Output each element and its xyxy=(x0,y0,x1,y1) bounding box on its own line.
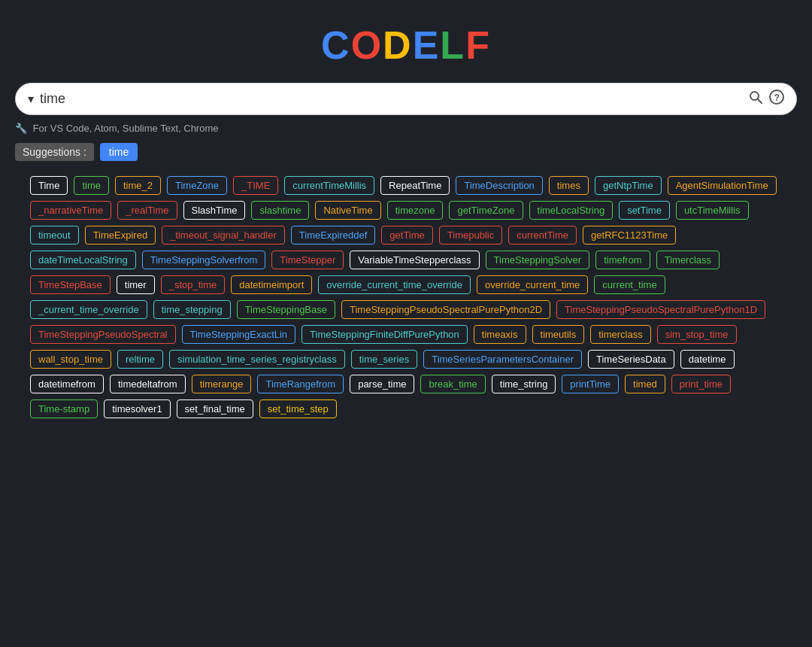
search-input[interactable] xyxy=(40,91,742,107)
subtitle-icon: 🔧 xyxy=(15,123,27,134)
tag-timelocalstring[interactable]: timeLocalString xyxy=(529,201,614,220)
tag-override_current_time[interactable]: override_current_time xyxy=(477,275,588,294)
tag-currenttime[interactable]: currentTime xyxy=(508,226,577,245)
logo-letter-e: E xyxy=(413,23,441,67)
tag-timefrom[interactable]: timefrom xyxy=(595,251,650,269)
tag-timeaxis[interactable]: timeaxis xyxy=(474,325,526,344)
tag-timezone[interactable]: timezone xyxy=(387,201,444,220)
tag-_realtime[interactable]: _realTime xyxy=(117,201,177,220)
tag-time[interactable]: time xyxy=(74,176,109,195)
tag-timeseriesdata[interactable]: TimeSeriesData xyxy=(588,350,674,369)
suggestions-row: Suggestions : time xyxy=(15,143,797,161)
tag-break_time[interactable]: break_time xyxy=(420,375,485,393)
svg-line-1 xyxy=(758,99,762,103)
search-icon xyxy=(748,90,763,105)
tag-timed[interactable]: timed xyxy=(625,375,665,393)
logo-letter-f: F xyxy=(465,23,491,67)
tag-repeattime[interactable]: RepeatTime xyxy=(380,176,450,195)
tag-agentsimulationtime[interactable]: AgentSimulationTime xyxy=(668,176,777,195)
tag-wall_stop_time[interactable]: wall_stop_time xyxy=(30,350,111,369)
tag-timestepbase[interactable]: TimeStepBase xyxy=(30,275,111,294)
tag-timesteppingpseudospectralpurepython1d[interactable]: TimeSteppingPseudoSpectralPurePython1D xyxy=(556,300,765,319)
tag-timerclass[interactable]: timerclass xyxy=(590,325,651,344)
tag-timesolver1[interactable]: timesolver1 xyxy=(104,399,170,418)
tag-variabletimestepperclass[interactable]: VariableTimeStepperclass xyxy=(350,251,479,269)
logo-letter-o: O xyxy=(351,23,383,67)
search-bar: ▾ ? xyxy=(15,83,797,115)
tag-_time[interactable]: _TIME xyxy=(233,176,278,195)
tag-datetimelocalstring[interactable]: dateTimeLocalString xyxy=(30,251,136,269)
tag-times[interactable]: times xyxy=(549,176,589,195)
tag-timesteppingpseudospectralpurepython2d[interactable]: TimeSteppingPseudoSpectralPurePython2D xyxy=(341,300,550,319)
tag-timeout[interactable]: timeout xyxy=(30,226,79,245)
search-dropdown[interactable]: ▾ xyxy=(28,92,34,106)
tag-timerange[interactable]: timerange xyxy=(192,375,252,393)
tag-time-stamp[interactable]: Time-stamp xyxy=(30,399,98,418)
tag-reltime[interactable]: reltime xyxy=(117,350,163,369)
tag-settime[interactable]: setTime xyxy=(619,201,670,220)
logo-letter-c: C xyxy=(321,23,351,67)
tag-time_stepping[interactable]: time_stepping xyxy=(153,300,231,319)
tag-time_series[interactable]: time_series xyxy=(351,350,417,369)
tag-time[interactable]: Time xyxy=(30,176,68,195)
tag-gettime[interactable]: getTime xyxy=(381,226,432,245)
tag-timedeltafrom[interactable]: timedeltafrom xyxy=(110,375,186,393)
svg-text:?: ? xyxy=(774,93,780,103)
tag-slashtime[interactable]: slashtime xyxy=(251,201,309,220)
tag-timestepper[interactable]: TimeStepper xyxy=(271,251,344,269)
tag-simulation_time_series_registryclass[interactable]: simulation_time_series_registryclass xyxy=(169,350,345,369)
tag-timedescription[interactable]: TimeDescription xyxy=(456,176,542,195)
tag-timesteppingsolver[interactable]: TimeSteppingSolver xyxy=(486,251,590,269)
tag-timerclass[interactable]: Timerclass xyxy=(656,251,720,269)
logo: CODELF xyxy=(321,23,491,68)
tag-timepublic[interactable]: Timepublic xyxy=(439,226,502,245)
tag-_narrativetime[interactable]: _narrativeTime xyxy=(30,201,111,220)
tag-timeutils[interactable]: timeutils xyxy=(532,325,585,344)
search-button[interactable] xyxy=(748,90,763,108)
tag-current_time[interactable]: current_time xyxy=(594,275,665,294)
tag-timeexpired[interactable]: TimeExpired xyxy=(85,226,156,245)
tag-time_string[interactable]: time_string xyxy=(492,375,556,393)
tag-print_time[interactable]: print_time xyxy=(671,375,731,393)
subtitle: 🔧 For VS Code, Atom, Sublime Text, Chrom… xyxy=(15,123,797,134)
tags-area: Timetimetime_2TimeZone_TIMEcurrentTimeMi… xyxy=(30,176,782,418)
tag-time_2[interactable]: time_2 xyxy=(115,176,161,195)
header: CODELF xyxy=(0,0,812,83)
tag-override_current_time_override[interactable]: override_current_time_override xyxy=(318,275,471,294)
tag-utctimemillis[interactable]: utcTimeMillis xyxy=(676,201,749,220)
tag-_stop_time[interactable]: _stop_time xyxy=(161,275,226,294)
logo-letter-l: L xyxy=(440,23,465,67)
tag-timesteppingexactlin[interactable]: TimeSteppingExactLin xyxy=(182,325,296,344)
tag-_timeout_signal_handler[interactable]: _timeout_signal_handler xyxy=(162,226,285,245)
tag-printtime[interactable]: printTime xyxy=(562,375,619,393)
logo-letter-d: D xyxy=(383,23,413,67)
tag-nativetime[interactable]: NativeTime xyxy=(315,201,380,220)
help-icon: ? xyxy=(769,90,784,105)
tag-parse_time[interactable]: parse_time xyxy=(350,375,414,393)
tag-timerangefrom[interactable]: TimeRangefrom xyxy=(257,375,344,393)
tag-set_time_step[interactable]: set_time_step xyxy=(259,399,337,418)
help-button[interactable]: ? xyxy=(769,90,784,108)
tag-slashtime[interactable]: SlashTime xyxy=(183,201,246,220)
tag-currenttimemillis[interactable]: currentTimeMillis xyxy=(284,176,374,195)
tag-_current_time_override[interactable]: _current_time_override xyxy=(30,300,147,319)
tag-timeseriesparameterscontainer[interactable]: TimeSeriesParametersContainer xyxy=(423,350,582,369)
tag-timesteppingsolverfrom[interactable]: TimeSteppingSolverfrom xyxy=(142,251,266,269)
tag-datetime[interactable]: datetime xyxy=(680,350,735,369)
tag-datetimefrom[interactable]: datetimefrom xyxy=(30,375,104,393)
tag-datetimeimport[interactable]: datetimeimport xyxy=(231,275,312,294)
tag-timesteppingbase[interactable]: TimeSteppingBase xyxy=(237,300,335,319)
suggestions-label: Suggestions : xyxy=(15,143,94,161)
tag-timesteppingpseudospectral[interactable]: TimeSteppingPseudoSpectral xyxy=(30,325,176,344)
tag-getntptime[interactable]: getNtpTime xyxy=(595,176,662,195)
tag-getrfc1123time[interactable]: getRFC1123Time xyxy=(583,226,676,245)
tag-timezone[interactable]: TimeZone xyxy=(167,176,227,195)
tag-sim_stop_time[interactable]: sim_stop_time xyxy=(657,325,737,344)
tag-set_final_time[interactable]: set_final_time xyxy=(177,399,253,418)
tag-timeexpireddef[interactable]: TimeExpireddef xyxy=(291,226,376,245)
tag-timer[interactable]: timer xyxy=(117,275,155,294)
suggestion-chip-time[interactable]: time xyxy=(100,143,138,161)
tag-gettimezone[interactable]: getTimeZone xyxy=(449,201,523,220)
tag-timesteppingfinitediffpurepython[interactable]: TimeSteppingFiniteDiffPurePython xyxy=(301,325,468,344)
subtitle-text: For VS Code, Atom, Sublime Text, Chrome xyxy=(33,123,219,134)
